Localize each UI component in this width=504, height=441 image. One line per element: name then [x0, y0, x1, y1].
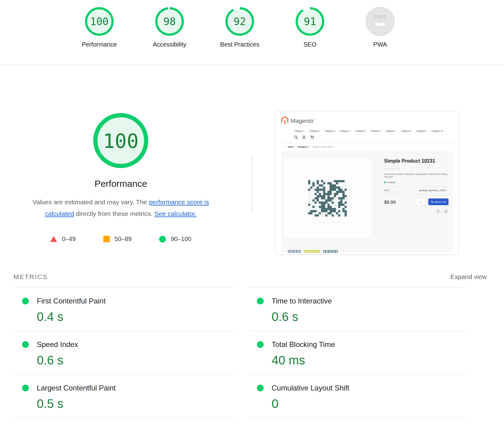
magento-logo-icon	[281, 116, 288, 126]
magento-logo-text: Magento®	[291, 118, 315, 124]
metrics-bottom-divider	[248, 418, 466, 441]
category-nav-item: Category 8	[401, 130, 411, 132]
header-icons	[294, 136, 458, 140]
score-disclaimer: Values are estimated and may vary. The p…	[20, 196, 222, 220]
gauge-label: Accessibility	[153, 41, 186, 48]
category-nav-item: Category 1	[294, 130, 304, 132]
metric-pass-dot	[257, 298, 264, 304]
performance-section: 100 Performance Values are estimated and…	[13, 65, 466, 271]
category-nav-item: Category 5	[355, 130, 365, 132]
legend-item: 0–49	[50, 236, 76, 243]
score-summary-bar: 100 Performance 98 Accessibility 92 Best…	[0, 0, 504, 65]
expand-view-link[interactable]: Expand view	[450, 273, 487, 281]
score-gauge-ring: 92	[225, 7, 254, 36]
gauge-label: PWA	[373, 41, 387, 48]
svg-text:91: 91	[304, 16, 316, 28]
disclaimer-text: Values are estimated and may vary. The	[32, 198, 149, 205]
gallery-thumbnail	[304, 250, 320, 253]
score-gauge-ring: 91	[295, 7, 325, 36]
sku-label: SKU	[384, 189, 389, 192]
legend-item: 90–100	[159, 236, 191, 243]
metric-name: Cumulative Layout Shift	[272, 384, 349, 392]
section-title: Performance	[13, 179, 228, 189]
account-icon	[302, 135, 306, 141]
breadcrumb: Home / Category 2 / Simple Product 10231	[288, 146, 458, 148]
svg-text:100: 100	[103, 130, 139, 153]
metric-row-total-blocking-time: Total Blocking Time40 ms	[248, 331, 466, 374]
summary-gauge-seo[interactable]: 91 SEO	[282, 7, 338, 48]
svg-text:92: 92	[234, 16, 246, 28]
metric-value: 0.6 s	[37, 353, 234, 367]
product-price: $9.99	[384, 199, 396, 205]
metric-pass-dot	[257, 341, 264, 348]
sku-row: SKU product_dynamic_10231	[384, 187, 449, 194]
pwa-badge-icon: PWA	[365, 7, 395, 36]
svg-text:98: 98	[163, 16, 176, 28]
metric-row-time-to-interactive: Time to Interactive0.6 s	[248, 287, 466, 331]
gauge-label: SEO	[304, 41, 316, 48]
summary-gauge-performance[interactable]: 100 Performance	[72, 7, 127, 48]
rating-stars: ★★★★★	[384, 167, 449, 170]
metrics-heading: METRICS	[13, 273, 48, 281]
score-gauge-ring: 100	[85, 7, 114, 36]
breadcrumb-separator: /	[310, 146, 311, 148]
metric-pass-dot	[22, 385, 29, 391]
summary-gauge-pwa[interactable]: PWAPWA	[353, 7, 408, 48]
metric-name: First Contentful Paint	[37, 297, 105, 305]
score-legend: 0–4950–8990–100	[13, 236, 228, 243]
metric-pass-dot	[22, 341, 29, 348]
metrics-header: METRICS Expand view	[13, 273, 491, 281]
breadcrumb-category: Category 2	[297, 146, 308, 148]
metric-name: Time to Interactive	[272, 297, 332, 305]
legend-item: 50–89	[103, 236, 132, 243]
metric-name: Total Blocking Time	[272, 340, 335, 349]
gear-icon	[443, 209, 449, 214]
category-nav-item: Category 2	[309, 130, 320, 132]
breadcrumb-current: Simple Product 10231	[312, 146, 334, 148]
metric-name: Largest Contentful Paint	[37, 384, 116, 392]
legend-range: 0–49	[62, 236, 76, 243]
gauge-label: Best Practices	[220, 41, 259, 48]
summary-gauge-best-practices[interactable]: 92 Best Practices	[212, 7, 267, 48]
breadcrumb-separator: /	[295, 146, 296, 148]
product-details: Simple Product 10231 ★★★★★ Consumers bui…	[384, 158, 449, 252]
final-screenshot-thumbnail: Magento® Category 1Category 2Category 3C…	[275, 111, 459, 255]
metric-row-first-contentful-paint: First Contentful Paint0.4 s	[13, 287, 234, 331]
wishlist-heart-icon: ♥	[436, 209, 441, 214]
gallery-thumbnail	[288, 250, 301, 253]
see-calculator-link[interactable]: See calculator.	[155, 210, 197, 217]
metric-row-largest-contentful-paint: Largest Contentful Paint0.5 s	[13, 374, 234, 418]
breadcrumb-home: Home	[288, 146, 294, 148]
category-nav-item: Category 4	[340, 130, 350, 132]
add-to-cart-button: Add to Cart	[428, 198, 449, 205]
legend-range: 90–100	[171, 236, 191, 243]
metric-row-cumulative-layout-shift: Cumulative Layout Shift0	[248, 374, 466, 418]
category-nav-item: Category 3	[325, 130, 335, 132]
vertical-divider	[252, 154, 252, 214]
performance-score-column: 100 Performance Values are estimated and…	[13, 65, 228, 243]
metrics-grid: First Contentful Paint0.4 sTime to Inter…	[13, 287, 466, 441]
legend-range: 50–89	[115, 236, 132, 243]
metrics-bottom-divider	[13, 418, 234, 441]
metric-value: 0.4 s	[37, 310, 234, 324]
category-nav-item: Category 7	[386, 130, 396, 132]
cart-icon	[310, 135, 314, 141]
quantity-field: 1	[415, 198, 426, 205]
in-stock-dot	[384, 182, 386, 183]
svg-text:100: 100	[90, 16, 109, 28]
performance-gauge: 100	[93, 112, 149, 169]
stock-label: In stock	[387, 181, 395, 184]
gallery-thumbnails	[288, 250, 338, 253]
secondary-actions: ♥	[384, 209, 449, 214]
disclaimer-text: directly from these metrics.	[74, 210, 155, 217]
gauge-label: Performance	[82, 41, 117, 48]
metric-value: 0.6 s	[272, 310, 466, 324]
category-nav-item: Category 10	[431, 130, 443, 132]
gallery-thumbnail	[323, 250, 338, 253]
search-icon	[294, 135, 298, 141]
buy-row: $9.99 1 Add to Cart	[384, 198, 449, 205]
sku-value: product_dynamic_10231	[419, 189, 446, 192]
product-description: Consumers build interpreted association …	[384, 173, 449, 178]
summary-gauge-accessibility[interactable]: 98 Accessibility	[142, 7, 197, 48]
metric-pass-dot	[257, 385, 264, 391]
